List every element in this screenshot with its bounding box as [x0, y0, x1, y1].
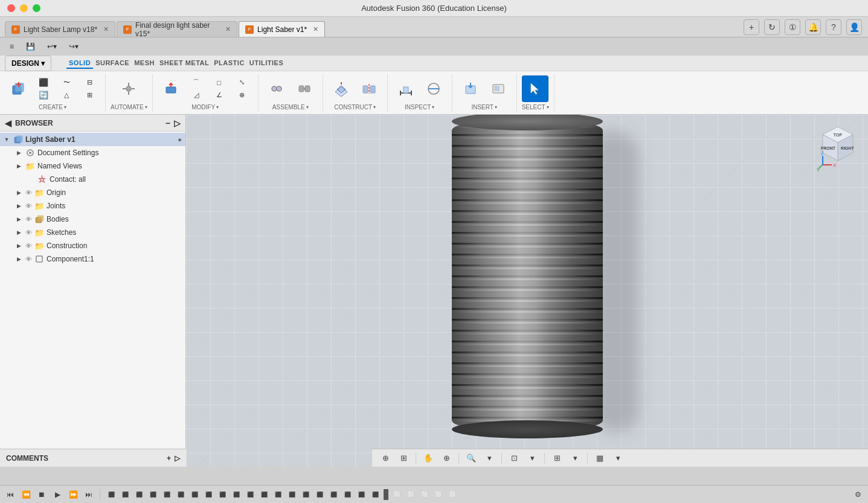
browser-item-component1[interactable]: ▶ 👁 Component1:1 [0, 252, 185, 266]
timeline-btn-20[interactable]: ⬛ [368, 488, 382, 501]
notification-button[interactable]: 🔔 [805, 19, 821, 35]
save-button[interactable]: 💾 [21, 40, 40, 53]
browser-item-contact[interactable]: ▶ ⛤ Contact: all [0, 173, 185, 186]
fillet-button[interactable]: ⌒ [185, 77, 207, 89]
toolbar-tab-mesh[interactable]: MESH [132, 58, 157, 69]
browser-expand-button[interactable]: ▷ [174, 118, 181, 128]
grid-dropdown-button[interactable]: ▾ [611, 451, 625, 466]
component1-arrow[interactable]: ▶ [14, 255, 23, 263]
fit-to-screen-button[interactable]: ⊕ [378, 451, 393, 466]
tab-count-button[interactable]: ① [785, 19, 800, 35]
tab-1[interactable]: F Light Saber Lamp v18* ✕ [5, 21, 115, 37]
timeline-btn-18[interactable]: ⬛ [341, 488, 354, 501]
timeline-btn-2[interactable]: ⬛ [118, 488, 132, 501]
display-dropdown-button[interactable]: ▾ [568, 451, 582, 466]
select-button[interactable] [522, 75, 548, 102]
browser-item-doc-settings[interactable]: ▶ Document Settings [0, 146, 185, 159]
component1-visibility[interactable]: 👁 [25, 255, 32, 263]
minimize-button[interactable] [20, 4, 28, 12]
playback-prev-button[interactable]: ⏪ [19, 488, 33, 501]
mirror-button[interactable]: ⊟ [79, 77, 100, 89]
playback-last-button[interactable]: ⏭ [82, 488, 95, 501]
timeline-btn-25[interactable]: ⬜ [446, 488, 459, 501]
toolbar-tab-solid[interactable]: SOLID [66, 58, 93, 69]
help-button[interactable]: ? [826, 19, 841, 35]
joints-visibility[interactable]: 👁 [25, 202, 32, 210]
timeline-btn-14[interactable]: ⬛ [285, 488, 298, 501]
loft-button[interactable]: △ [56, 89, 77, 101]
toolbar-tab-sheet-metal[interactable]: SHEET METAL [157, 58, 211, 69]
bodies-arrow[interactable]: ▶ [14, 215, 23, 223]
root-arrow[interactable]: ▼ [2, 135, 11, 144]
timeline-btn-5[interactable]: ⬛ [160, 488, 173, 501]
browser-pin-button[interactable]: − [166, 118, 170, 128]
timeline-btn-10[interactable]: ⬛ [230, 488, 243, 501]
construction-arrow[interactable]: ▶ [14, 242, 23, 250]
tab-1-close[interactable]: ✕ [103, 25, 109, 33]
offset-plane-button[interactable] [328, 75, 355, 102]
playback-next-button[interactable]: ⏩ [66, 488, 80, 501]
timeline-btn-13[interactable]: ⬛ [271, 488, 285, 501]
section-button[interactable] [420, 75, 447, 102]
timeline-btn-17[interactable]: ⬛ [327, 488, 340, 501]
press-pull-button[interactable] [158, 75, 184, 102]
browser-content[interactable]: ▼ Light Saber v1 ● ▶ [0, 132, 185, 467]
fit-selection-button[interactable]: ⊞ [396, 451, 411, 466]
insert-canvas-button[interactable] [485, 75, 512, 102]
user-button[interactable]: 👤 [846, 19, 862, 35]
new-tab-button[interactable]: + [744, 19, 759, 35]
undo-button[interactable]: ↩▾ [42, 40, 62, 53]
browser-item-bodies[interactable]: ▶ 👁 Bodies [0, 213, 185, 226]
automate-button[interactable] [115, 75, 142, 102]
view-options-button[interactable]: ⊡ [507, 451, 521, 466]
close-button[interactable] [7, 4, 15, 12]
timeline-btn-9[interactable]: ⬛ [216, 488, 229, 501]
viewport[interactable]: TOP RIGHT FRONT X Z Y ⊕ ⊞ ✋ ⊕ 🔍 ▾ ⊡ [186, 115, 868, 467]
timeline-btn-4[interactable]: ⬛ [146, 488, 159, 501]
timeline-btn-7[interactable]: ⬛ [188, 488, 201, 501]
timeline-btn-23[interactable]: ⬜ [418, 488, 431, 501]
timeline-btn-15[interactable]: ⬛ [299, 488, 312, 501]
zoom-button[interactable]: 🔍 [464, 451, 478, 466]
toolbar-tab-surface[interactable]: SURFACE [93, 58, 132, 69]
view-dropdown-button[interactable]: ▾ [525, 451, 539, 466]
timeline-btn-16[interactable]: ⬛ [313, 488, 326, 501]
comments-collapse-button[interactable]: ▷ [175, 454, 180, 463]
extrude-button[interactable]: ⬛ [33, 77, 54, 89]
browser-collapse-arrow[interactable]: ◀ [5, 118, 11, 128]
browser-item-named-views[interactable]: ▶ 📁 Named Views [0, 159, 185, 173]
timeline-btn-12[interactable]: ⬛ [257, 488, 271, 501]
scale-button[interactable]: ⤡ [231, 77, 253, 89]
revolve-button[interactable]: 🔄 [33, 89, 54, 101]
timeline-btn-1[interactable]: ⬛ [104, 488, 118, 501]
draft-button[interactable]: ∠ [208, 89, 230, 101]
browser-item-origin[interactable]: ▶ 👁 📁 Origin [0, 186, 185, 199]
timeline-progress[interactable] [384, 489, 388, 500]
design-dropdown-button[interactable]: DESIGN ▾ [5, 56, 51, 71]
origin-visibility[interactable]: 👁 [25, 189, 32, 196]
origin-arrow[interactable]: ▶ [14, 188, 23, 197]
pan-button[interactable]: ✋ [421, 451, 436, 466]
combine-button[interactable]: ⊕ [231, 89, 253, 101]
joint-button[interactable] [263, 75, 290, 102]
timeline-btn-11[interactable]: ⬛ [243, 488, 257, 501]
toolbar-tab-utilities[interactable]: UTILITIES [247, 58, 286, 69]
browser-item-root[interactable]: ▼ Light Saber v1 ● [0, 133, 185, 146]
zoom-dropdown-button[interactable]: ▾ [482, 451, 497, 466]
browser-item-joints[interactable]: ▶ 👁 📁 Joints [0, 199, 185, 213]
sketches-arrow[interactable]: ▶ [14, 228, 23, 237]
timeline-btn-6[interactable]: ⬛ [174, 488, 187, 501]
timeline-btn-22[interactable]: ⬜ [404, 488, 417, 501]
settings-gear-button[interactable]: ⚙ [851, 488, 864, 501]
pattern-button[interactable]: ⊞ [79, 89, 100, 101]
new-component-button[interactable] [5, 75, 31, 102]
doc-settings-arrow[interactable]: ▶ [14, 149, 23, 157]
maximize-button[interactable] [33, 4, 40, 12]
joints-arrow[interactable]: ▶ [14, 202, 23, 210]
display-options-button[interactable]: ⊞ [550, 451, 564, 466]
hamburger-menu[interactable]: ≡ [5, 40, 19, 53]
bodies-visibility[interactable]: 👁 [25, 216, 32, 223]
named-views-arrow[interactable]: ▶ [14, 162, 23, 170]
construction-visibility[interactable]: 👁 [25, 242, 32, 249]
comments-add-button[interactable]: + [167, 454, 171, 463]
